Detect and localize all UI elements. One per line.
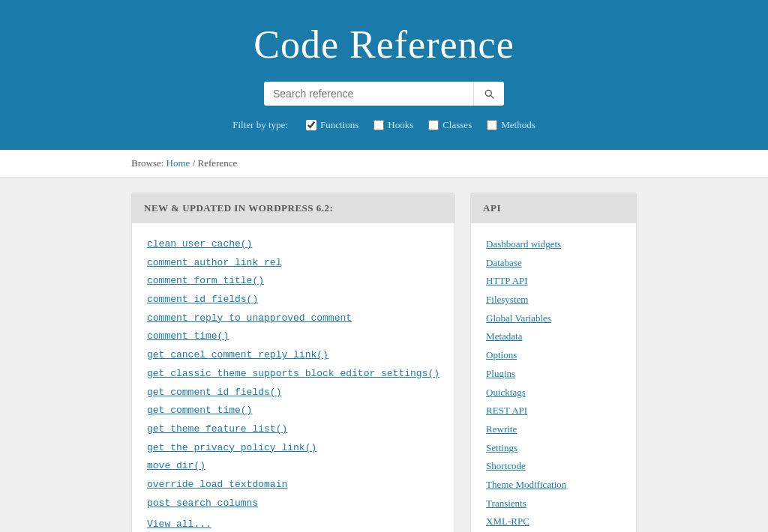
filter-methods[interactable]: Methods: [487, 119, 536, 131]
list-item[interactable]: get_comment_time(): [147, 402, 440, 420]
list-item[interactable]: XML-RPC: [486, 513, 621, 531]
filter-classes[interactable]: Classes: [428, 119, 472, 131]
breadcrumb-separator: /: [193, 157, 198, 169]
main-content: NEW & UPDATED IN WORDPRESS 6.2: clean_us…: [0, 178, 768, 532]
list-item[interactable]: HTTP API: [486, 272, 621, 291]
filter-hooks[interactable]: Hooks: [374, 119, 413, 131]
filter-methods-checkbox[interactable]: [487, 120, 497, 130]
filter-classes-checkbox[interactable]: [428, 120, 439, 130]
list-item[interactable]: Shortcode: [486, 457, 621, 476]
list-item[interactable]: comment_time(): [147, 327, 440, 346]
list-item[interactable]: clean_user_cache(): [147, 235, 440, 254]
list-item[interactable]: Rewrite: [486, 420, 621, 439]
breadcrumb: Browse: Home / Reference: [0, 150, 768, 178]
search-bar-wrapper: [15, 82, 753, 106]
list-item[interactable]: override_load_textdomain: [147, 476, 440, 495]
breadcrumb-current: Reference: [198, 157, 238, 169]
list-item[interactable]: comment_id_fields(): [147, 291, 440, 309]
filter-hooks-label: Hooks: [388, 119, 413, 131]
api-card-header: API: [471, 193, 636, 223]
list-item[interactable]: post_search_columns: [147, 495, 440, 513]
api-card-body: Dashboard widgets Database HTTP API File…: [471, 223, 636, 532]
page-title: Code Reference: [15, 22, 753, 67]
list-item[interactable]: REST API: [486, 402, 621, 420]
list-item[interactable]: get_theme_feature_list(): [147, 420, 440, 439]
filter-label: Filter by type:: [232, 119, 288, 131]
list-item[interactable]: Settings: [486, 439, 621, 458]
list-item[interactable]: comment_reply_to_unapproved_comment: [147, 309, 440, 328]
list-item[interactable]: get_cancel_comment_reply_link(): [147, 346, 440, 365]
list-item[interactable]: Options: [486, 346, 621, 365]
new-updated-card-header: NEW & UPDATED IN WORDPRESS 6.2:: [132, 193, 454, 223]
list-item[interactable]: comment_form_title(): [147, 272, 440, 291]
list-item[interactable]: get_classic_theme_supports_block_editor_…: [147, 365, 440, 384]
filter-hooks-checkbox[interactable]: [374, 120, 384, 130]
list-item[interactable]: Plugins: [486, 365, 621, 384]
filter-functions-checkbox[interactable]: [306, 120, 316, 130]
filter-classes-label: Classes: [442, 119, 472, 131]
list-item[interactable]: comment_author_link_rel: [147, 254, 440, 273]
list-item[interactable]: move_dir(): [147, 457, 440, 476]
list-item[interactable]: Dashboard widgets: [486, 235, 621, 254]
list-item[interactable]: Theme Modification: [486, 476, 621, 495]
list-item[interactable]: Transients: [486, 495, 621, 513]
list-item[interactable]: Quicktags: [486, 384, 621, 402]
list-item[interactable]: Metadata: [486, 327, 621, 346]
filter-functions-label: Functions: [320, 119, 358, 131]
list-item[interactable]: Global Variables: [486, 309, 621, 328]
search-button[interactable]: [473, 82, 504, 106]
search-icon: [483, 88, 495, 100]
new-updated-card-body: clean_user_cache() comment_author_link_r…: [132, 223, 454, 532]
breadcrumb-prefix: Browse:: [131, 157, 164, 169]
api-card: API Dashboard widgets Database HTTP API …: [470, 193, 637, 532]
list-item[interactable]: Filesystem: [486, 291, 621, 309]
list-item[interactable]: Database: [486, 254, 621, 273]
page-header: Code Reference Filter by type: Functions…: [0, 0, 768, 150]
list-item[interactable]: get_comment_id_fields(): [147, 384, 440, 402]
view-all-link[interactable]: View all...: [147, 516, 440, 532]
list-item[interactable]: get_the_privacy_policy_link(): [147, 439, 440, 458]
new-updated-card: NEW & UPDATED IN WORDPRESS 6.2: clean_us…: [131, 193, 455, 532]
filter-methods-label: Methods: [501, 119, 536, 131]
filter-bar: Filter by type: Functions Hooks Classes …: [15, 119, 753, 131]
search-bar: [264, 82, 504, 106]
search-input[interactable]: [264, 82, 473, 106]
filter-functions[interactable]: Functions: [306, 119, 358, 131]
breadcrumb-home[interactable]: Home: [166, 157, 190, 169]
